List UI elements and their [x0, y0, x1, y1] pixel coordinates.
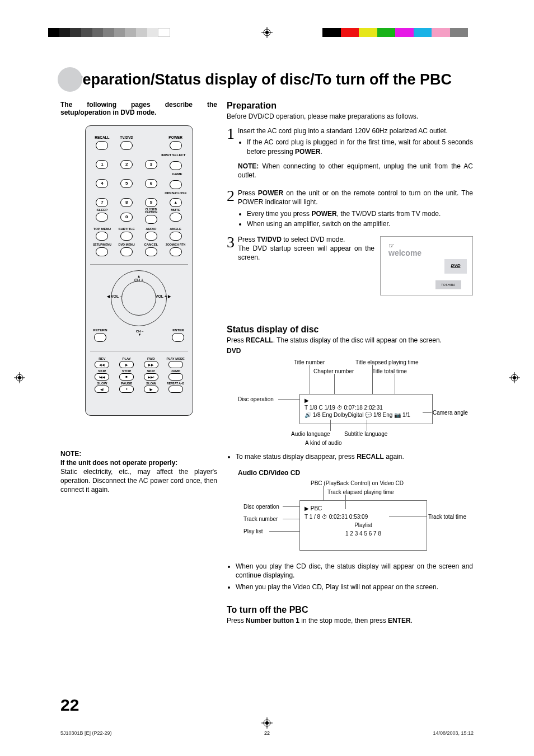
btn-label: POWER: [166, 136, 186, 140]
status-bullet: To make status display disappear, press …: [227, 452, 473, 461]
anno-total: Title total time: [372, 368, 407, 374]
registration-mark-icon: [261, 717, 273, 729]
title-bullet-icon: [58, 67, 82, 92]
nav-left-label: ◀ VOL –: [107, 294, 122, 299]
page-title-row: Preparation/Status display of disc/To tu…: [59, 67, 475, 92]
cancel-label: CANCEL: [141, 243, 161, 246]
nav-right-label: VOL + ▶: [156, 294, 171, 299]
pbc-heading: To turn off the PBC: [227, 605, 473, 615]
note-block: NOTE: If the unit does not operate prope…: [60, 449, 217, 495]
step-number-1: 1: [227, 126, 238, 156]
brand-logo: TOSHIBA: [435, 280, 461, 289]
dvd-box-l1: ▶: [305, 397, 428, 404]
topmenu-button: [96, 232, 108, 241]
registration-mark-icon: [509, 372, 520, 383]
btn-label: TV/DVD: [116, 136, 137, 140]
open-close-button: ▲: [170, 198, 182, 207]
input-select-label: INPUT SELECT: [90, 153, 188, 157]
preparation-lead: Before DVD/CD operation, please make pre…: [227, 112, 473, 121]
jump-button: [168, 373, 183, 381]
play-label: PLAY: [116, 357, 137, 360]
welcome-screen: ☞ welcome DVD TOSHIBA: [380, 236, 473, 295]
dvd-box-l3: 🔊 1/8 Eng DolbyDigital 💬 1/8 Eng 📷 1/1: [305, 411, 428, 419]
anno-playlist: Play list: [243, 528, 263, 534]
cd-box-l1: ▶ PBC: [305, 504, 422, 513]
skipf-label: SKIP: [141, 369, 161, 373]
sleep-button: [96, 213, 108, 222]
cd-bullet-2: When you play the Video CD, Play list wi…: [236, 583, 473, 591]
nav-ring: ▲CH + ◀ VOL – VOL + ▶ RETURN CH –▼ ENTER: [90, 264, 188, 351]
power-button: [170, 141, 182, 150]
return-button: [94, 333, 106, 342]
step-number-3: 3: [227, 235, 238, 295]
step3-text2: The DVD startup screen will appear on th…: [238, 245, 374, 261]
nav-up-label: ▲CH +: [111, 274, 166, 282]
jump-label: JUMP: [166, 369, 186, 373]
print-bar-color: [322, 28, 468, 37]
cd-bullets: When you play the CD disc, the status di…: [227, 562, 473, 591]
setup-label: SETUP/MENU: [92, 243, 112, 246]
note-body: Static electricity, etc., may affect the…: [60, 468, 217, 494]
step-1: 1 Insert the AC cord plug into a standar…: [227, 126, 473, 156]
right-column: Preparation Before DVD/CD operation, ple…: [227, 101, 473, 625]
num-0: 0: [120, 213, 133, 222]
cd-status-box: ▶ PBC T 1 / 8 ⏱ 0:02:31 0:53:09 Playlist…: [299, 500, 427, 551]
num-7: 7: [96, 198, 108, 207]
step1-text: Insert the AC cord plug into a standard …: [238, 127, 448, 135]
topmenu-label: TOP MENU: [92, 227, 112, 231]
btn-label: RECALL: [92, 136, 112, 140]
dvd-box-l2: T 1/8 C 1/19 ⏱ 0:07:18 2:02:31: [305, 404, 428, 411]
registration-mark-icon: [261, 27, 273, 38]
step2-bullet1: Every time you press POWER, the TV/DVD s…: [247, 209, 473, 218]
fwd-button: ▶▶: [144, 361, 158, 368]
cc-button: [145, 215, 157, 224]
anno-camera: Camera angle: [433, 410, 468, 416]
cc-label: CLOSED CAPTION: [141, 208, 161, 214]
page-title: Preparation/Status display of disc/To tu…: [67, 71, 452, 88]
skipb-label: SKIP: [92, 369, 112, 373]
game-button: [170, 180, 182, 189]
audio-button: [145, 232, 157, 241]
dvd-label: DVD: [227, 347, 473, 355]
anno-audiolang: Audio language: [291, 431, 330, 437]
play-button: ▶: [119, 361, 134, 368]
num-2: 2: [120, 160, 133, 169]
anno-cd-total: Track total time: [428, 514, 466, 520]
enter-button: [172, 333, 184, 342]
mute-label: MUTE: [166, 208, 186, 212]
skipb-button: I◀◀: [95, 373, 109, 381]
num-4: 4: [96, 179, 108, 188]
intro-text: The following pages describe the setup/o…: [60, 101, 217, 116]
num-3: 3: [145, 160, 157, 169]
cd-bullet-1: When you play the CD disc, the status di…: [236, 562, 473, 580]
nav-down-label: CH –▼: [136, 330, 144, 342]
subtitle-button: [120, 232, 133, 241]
skipf-button: ▶▶I: [144, 373, 158, 381]
num-1: 1: [96, 160, 108, 169]
rev-button: ◀◀: [95, 361, 109, 368]
left-column: The following pages describe the setup/o…: [60, 101, 217, 494]
playmode-button: [168, 361, 183, 368]
footer-mid: 22: [0, 730, 534, 736]
setup-button: [96, 247, 108, 256]
open-close-label: OPEN/CLOSE: [90, 191, 188, 195]
slowf-button: I▶: [144, 386, 158, 393]
playback-buttons: REV◀◀ PLAY▶ FWD▶▶ PLAY MODE SKIPI◀◀ STOP…: [90, 357, 188, 393]
page-number: 22: [60, 696, 79, 715]
step-2: 2 Press POWER on the unit or on the remo…: [227, 189, 473, 228]
dvd-status-box: ▶ T 1/8 C 1/19 ⏱ 0:07:18 2:02:31 🔊 1/8 E…: [299, 394, 433, 424]
zoom-button: [170, 247, 182, 256]
slowf-label: SLOW: [141, 382, 161, 385]
fwd-label: FWD: [141, 357, 161, 360]
dvd-logo: DVD: [444, 259, 467, 274]
input-select-button: [170, 161, 182, 170]
recall-button: [96, 141, 108, 150]
inline-note: NOTE: When connecting to other equipment…: [238, 162, 473, 180]
num-9: 9: [145, 198, 157, 207]
anno-elapsed: Title elapsed playing time: [355, 359, 418, 365]
cancel-button: [145, 247, 157, 256]
subtitle-label: SUBTITLE: [116, 227, 137, 231]
enter-label: ENTER: [172, 328, 184, 332]
dvdmenu-label: DVD MENU: [116, 243, 137, 246]
pause-button: II: [119, 386, 134, 393]
